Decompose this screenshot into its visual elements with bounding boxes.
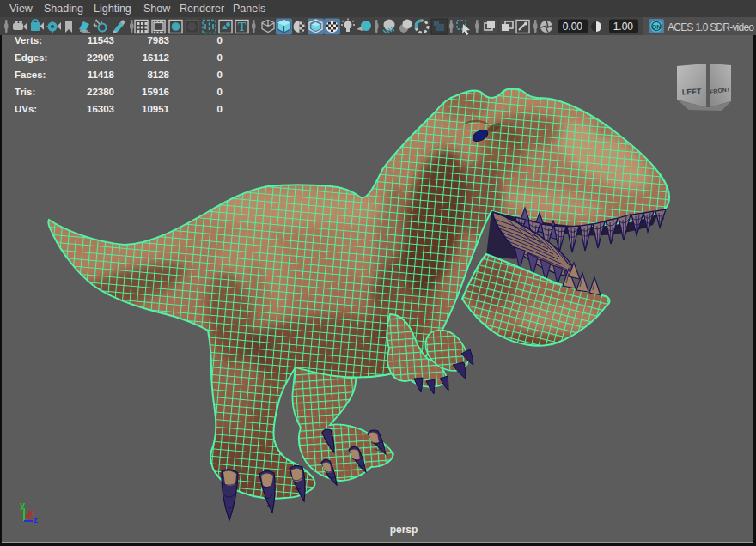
svg-text:z: z (34, 515, 38, 525)
svg-text:LEFT: LEFT (682, 87, 702, 96)
svg-text:y: y (20, 500, 26, 510)
